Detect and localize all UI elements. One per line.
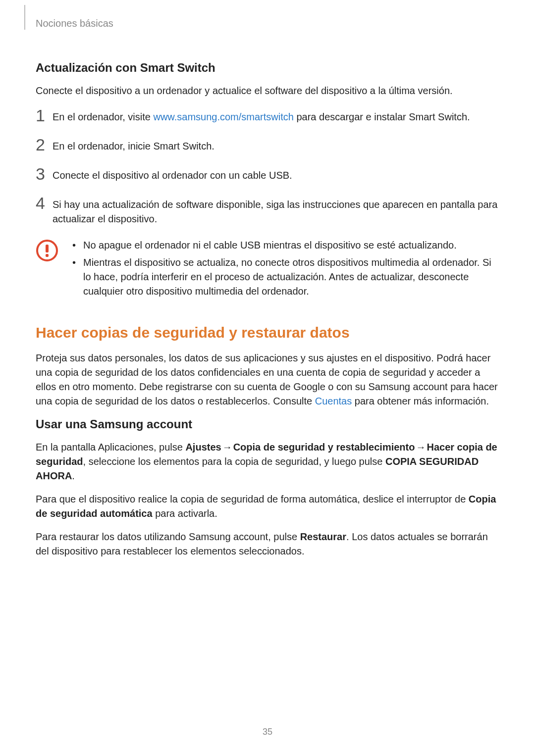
text: para obtener más información. xyxy=(352,396,489,406)
step-text: En el ordenador, inicie Smart Switch. xyxy=(53,136,499,153)
page-number: 35 xyxy=(0,727,535,737)
step-number: 1 xyxy=(36,107,53,124)
running-head: Nociones básicas xyxy=(36,18,499,29)
heading-samsung-account: Usar una Samsung account xyxy=(36,417,499,431)
bold-copia-restablecimiento: Copia de seguridad y restablecimiento xyxy=(233,442,415,453)
caution-box: • No apague el ordenador ni el cable USB… xyxy=(36,238,499,302)
step-number: 4 xyxy=(36,195,53,211)
text: para descargar e instalar Smart Switch. xyxy=(294,111,470,122)
bullet-text: Mientras el dispositivo se actualiza, no… xyxy=(83,255,499,299)
bold-restaurar: Restaurar xyxy=(300,531,346,542)
text: En la pantalla Aplicaciones, pulse xyxy=(36,442,185,453)
step-number: 3 xyxy=(36,165,53,182)
step-3: 3 Conecte el dispositivo al ordenador co… xyxy=(36,165,499,183)
caution-list: • No apague el ordenador ni el cable USB… xyxy=(72,238,499,302)
caution-bullet-1: • No apague el ordenador ni el cable USB… xyxy=(72,238,499,252)
bullet-text: No apague el ordenador ni el cable USB m… xyxy=(83,238,457,252)
link-smartswitch[interactable]: www.samsung.com/smartswitch xyxy=(153,111,293,122)
paragraph-backup-intro: Proteja sus datos personales, los datos … xyxy=(36,351,499,408)
step-text: Si hay una actualización de software dis… xyxy=(53,195,499,226)
step-text: En el ordenador, visite www.samsung.com/… xyxy=(53,107,499,124)
paragraph-sa-3: Para restaurar los datos utilizando Sams… xyxy=(36,530,499,558)
text: Para que el dispositivo realice la copia… xyxy=(36,494,469,504)
step-2: 2 En el ordenador, inicie Smart Switch. xyxy=(36,136,499,153)
step-number: 2 xyxy=(36,136,53,153)
step-4: 4 Si hay una actualización de software d… xyxy=(36,195,499,226)
link-cuentas[interactable]: Cuentas xyxy=(315,396,352,406)
paragraph-smart-intro: Conecte el dispositivo a un ordenador y … xyxy=(36,84,499,98)
arrow-icon: → xyxy=(415,440,427,454)
text: , seleccione los elementos para la copia… xyxy=(83,456,385,467)
arrow-icon: → xyxy=(221,440,233,454)
bold-ajustes: Ajustes xyxy=(185,442,221,453)
bullet-mark: • xyxy=(72,238,83,252)
paragraph-sa-1: En la pantalla Aplicaciones, pulse Ajust… xyxy=(36,440,499,483)
text: Para restaurar los datos utilizando Sams… xyxy=(36,531,300,542)
bullet-mark: • xyxy=(72,255,83,299)
heading-smart-switch: Actualización con Smart Switch xyxy=(36,61,499,75)
text: En el ordenador, visite xyxy=(53,111,153,122)
caution-bullet-2: • Mientras el dispositivo se actualiza, … xyxy=(72,255,499,299)
svg-rect-2 xyxy=(46,254,49,257)
step-text: Conecte el dispositivo al ordenador con … xyxy=(53,165,499,183)
step-1: 1 En el ordenador, visite www.samsung.co… xyxy=(36,107,499,124)
svg-rect-1 xyxy=(46,245,49,252)
step-list: 1 En el ordenador, visite www.samsung.co… xyxy=(36,107,499,226)
caution-icon xyxy=(36,238,58,264)
page-content: Nociones básicas Actualización con Smart… xyxy=(0,0,535,558)
paragraph-sa-2: Para que el dispositivo realice la copia… xyxy=(36,492,499,521)
heading-backup: Hacer copias de seguridad y restaurar da… xyxy=(36,324,499,341)
text: para activarla. xyxy=(153,508,217,519)
text: . xyxy=(72,470,75,481)
